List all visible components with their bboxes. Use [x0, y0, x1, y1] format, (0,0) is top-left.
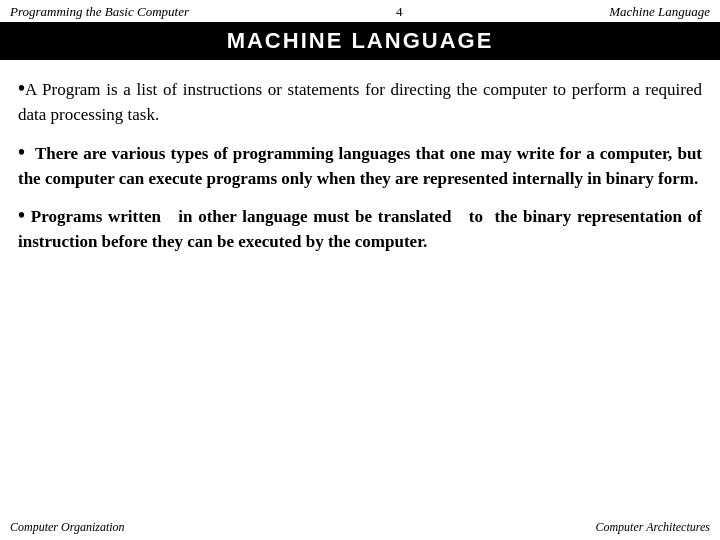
footer-right: Computer Architectures [595, 520, 710, 535]
bullet-marker-2: • [18, 141, 25, 163]
slide-header: Programming the Basic Computer 4 Machine… [0, 0, 720, 22]
bullet-text-2: • There are various types of programming… [18, 138, 702, 192]
header-right: Machine Language [609, 4, 710, 20]
bullet-text-1: •A Program is a list of instructions or … [18, 74, 702, 128]
bullet-marker-1: • [18, 77, 25, 99]
bullet-section-2: • There are various types of programming… [18, 138, 702, 192]
header-center: 4 [396, 4, 403, 20]
slide-title: MACHINE LANGUAGE [0, 22, 720, 60]
header-left: Programming the Basic Computer [10, 4, 189, 20]
bullet-body-3: Programs written in other language must … [18, 207, 702, 251]
bullet-text-3: • Programs written in other language mus… [18, 201, 702, 255]
bullet-section-3: • Programs written in other language mus… [18, 201, 702, 255]
footer-left: Computer Organization [10, 520, 125, 535]
bullet-body-2: There are various types of programming l… [18, 144, 702, 188]
bullet-body-1: A Program is a list of instructions or s… [18, 80, 702, 124]
slide-page: Programming the Basic Computer 4 Machine… [0, 0, 720, 540]
bullet-section-1: •A Program is a list of instructions or … [18, 74, 702, 128]
slide-content: •A Program is a list of instructions or … [0, 60, 720, 517]
bullet-marker-3: • [18, 204, 25, 226]
slide-footer: Computer Organization Computer Architect… [0, 517, 720, 540]
